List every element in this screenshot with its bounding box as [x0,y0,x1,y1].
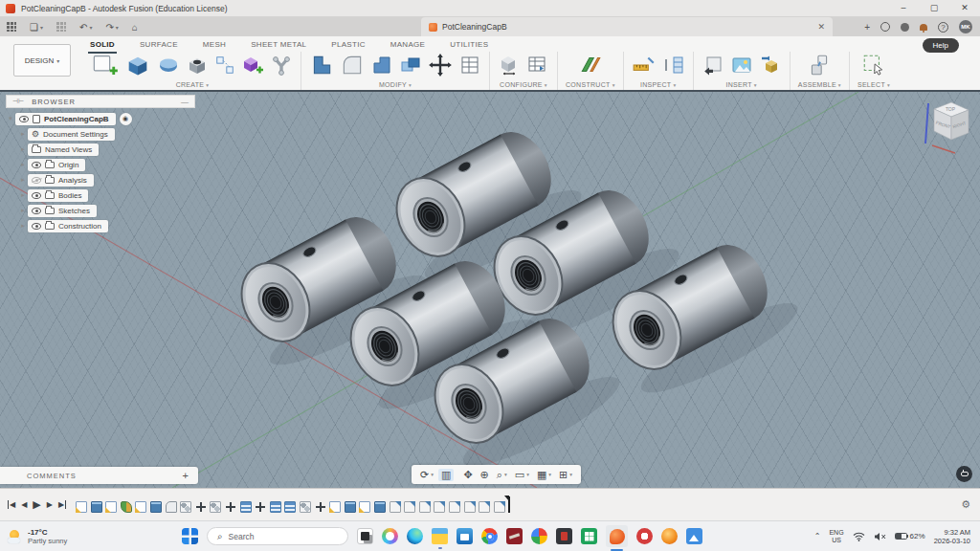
assistant-badge[interactable] [956,466,972,482]
combine-icon[interactable] [399,54,422,78]
primitive-box-icon[interactable] [241,54,264,78]
measure-icon[interactable] [632,53,657,79]
taskbar-app-photos[interactable] [686,528,702,544]
timeline-feature-move-icon[interactable] [225,501,236,513]
start-button[interactable] [182,528,198,544]
browser-item-document-settings[interactable]: ▸⚙Document Settings [6,126,195,142]
orbit-icon[interactable]: ⟳▾ [417,469,436,481]
timeline-feature-move-icon[interactable] [255,501,266,513]
timeline-feature-copy-icon[interactable] [434,501,445,513]
timeline-feature-copy-icon[interactable] [464,501,476,513]
construction-plane-icon[interactable] [578,53,603,79]
avatar[interactable]: MK [959,20,972,33]
visibility-eye-icon[interactable] [19,116,29,122]
timeline-feature-sketch-icon[interactable] [105,501,117,513]
insert-mcmaster-icon[interactable] [759,54,782,78]
help-button[interactable]: Help [923,38,959,53]
browser-header[interactable]: ⊣⊢ BROWSER — [6,95,195,108]
timeline-feature-copy-icon[interactable] [479,501,490,513]
viewport-canvas[interactable]: ⊣⊢ BROWSER — ▾ PotCleaningCapB ◉ ▸⚙Docum… [0,92,980,488]
close-button[interactable]: ✕ [949,0,980,16]
fillet-icon[interactable] [340,53,365,79]
taskbar-app-app-multi[interactable] [531,528,547,544]
panel-collapse-icon[interactable]: — [181,98,189,106]
timeline-feature-copy-icon[interactable] [419,501,431,513]
timeline-feature-sketch-icon[interactable] [76,501,87,513]
job-status-icon[interactable] [880,22,890,32]
document-tab[interactable]: PotCleaningCapB ✕ [421,17,833,36]
timeline-feature-copy-icon[interactable] [390,501,401,513]
timeline-feature-fillet-icon[interactable] [166,501,177,513]
insert-group-label[interactable]: INSERT▾ [726,81,757,88]
taskbar-app-folder-open[interactable] [432,528,448,544]
timeline-feature-revolve-icon[interactable] [121,501,132,513]
visibility-eye-icon[interactable] [32,177,41,184]
insert-image-icon[interactable] [730,54,753,78]
create-sketch-icon[interactable] [92,52,119,80]
timeline-feature-pattern-icon[interactable] [284,501,296,513]
speaker-muted-icon[interactable] [874,532,886,541]
comments-bar[interactable]: COMMENTS + [0,467,198,484]
timeline-feature-pattern-icon[interactable] [240,501,252,513]
timeline-feature-extrude-icon[interactable] [91,501,102,513]
configure-group-label[interactable]: CONFIGURE▾ [500,81,547,88]
configuration-table-icon[interactable] [526,54,549,78]
taskbar-app-edge[interactable] [407,528,423,544]
view-cube[interactable]: TOP FRONT RIGHT [907,96,976,157]
taskbar-app-app-green[interactable] [581,528,597,544]
timeline-playhead[interactable] [508,496,510,513]
sketch-dimension-icon[interactable] [214,55,235,77]
tab-close-icon[interactable]: ✕ [817,22,825,32]
expand-caret-icon[interactable]: ▸ [18,161,28,168]
visibility-eye-icon[interactable] [32,208,41,214]
assemble-group-label[interactable]: ASSEMBLE▾ [798,81,841,88]
timeline-feature-copy-icon[interactable] [449,501,460,513]
browser-item-bodies[interactable]: ▸Bodies [6,187,195,203]
search-box[interactable]: ⌕ Search [207,527,348,545]
viewcube-top-label[interactable]: TOP [946,106,956,112]
taskbar-app-app-red[interactable] [506,528,523,544]
timeline-feature-sketch-icon[interactable] [135,501,146,513]
zoom-icon[interactable]: ⊕ [478,469,492,481]
timeline-feature-extrude-icon[interactable] [345,501,356,513]
expand-caret-icon[interactable]: ▸ [18,207,28,214]
timeline-settings-gear-icon[interactable]: ⚙ [961,498,980,511]
app-grid-icon[interactable] [7,22,16,32]
section-analysis-icon[interactable] [662,54,685,78]
timeline-feature-copy-icon[interactable] [494,501,505,513]
battery-indicator[interactable]: 62% [895,532,925,540]
save-icon[interactable] [56,22,66,32]
clock[interactable]: 9:32 AM2026-03-10 [934,528,970,545]
file-menu-icon[interactable]: ❏▾ [30,22,43,33]
display-settings-icon[interactable]: ▭▾ [512,469,532,481]
new-tab-button[interactable]: + [864,22,870,33]
press-pull-icon[interactable] [309,53,334,79]
timeline-feature-move-icon[interactable] [315,501,326,513]
timeline-go-start-icon[interactable]: ◀ [8,500,15,509]
viewports-icon[interactable]: ⊞▾ [556,469,575,481]
home-icon[interactable]: ⌂ [132,22,138,33]
wifi-icon[interactable] [853,532,865,541]
visibility-eye-icon[interactable] [32,162,41,168]
expand-caret-icon[interactable]: ▸ [18,191,28,199]
panel-dock-icon[interactable]: ⊣⊢ [12,98,24,105]
move-copy-icon[interactable] [428,53,453,79]
taskbar-app-app-dark[interactable] [556,528,572,544]
tray-expand-icon[interactable]: ⌃ [814,532,821,540]
timeline-feature-sketch-icon[interactable] [329,501,341,513]
timeline-feature-sketch-icon[interactable] [359,501,370,513]
timeline-feature-extrude-icon[interactable] [374,501,386,513]
timeline-play-icon[interactable]: ▶ [33,498,40,511]
select-group-label[interactable]: SELECT▾ [858,81,890,88]
form-icon[interactable] [157,54,180,78]
browser-item-named-views[interactable]: ▸Named Views [6,142,195,157]
visibility-eye-icon[interactable] [32,223,41,230]
taskbar-app-app-orange[interactable] [661,528,678,544]
modify-group-label[interactable]: MODIFY▾ [379,81,412,88]
browser-root-row[interactable]: ▾ PotCleaningCapB ◉ [6,111,195,126]
expand-caret-icon[interactable]: ▸ [18,222,28,230]
taskbar-app-chrome[interactable] [481,528,498,544]
maximize-button[interactable]: ▢ [919,0,949,16]
visibility-eye-icon[interactable] [32,192,41,199]
taskbar-app-fusion[interactable] [606,525,628,547]
